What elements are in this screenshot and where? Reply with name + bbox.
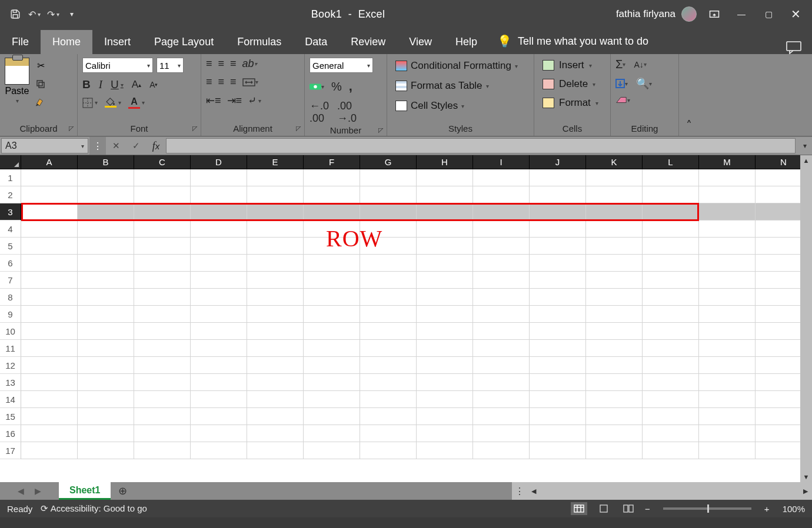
cell-M13[interactable]	[699, 374, 756, 391]
sort-filter-button[interactable]: A↓▾	[634, 60, 646, 69]
cell-D11[interactable]	[191, 340, 247, 357]
format-cells-button[interactable]: Format ▾	[539, 95, 602, 111]
cell-M11[interactable]	[699, 340, 756, 357]
cut-button[interactable]: ✂	[33, 58, 48, 73]
cell-styles-button[interactable]: Cell Styles ▾	[392, 98, 521, 114]
align-middle-button[interactable]: ≡	[218, 58, 225, 70]
cell-F12[interactable]	[304, 357, 360, 374]
copy-button[interactable]	[33, 76, 48, 92]
cell-H5[interactable]	[417, 238, 473, 255]
italic-button[interactable]: I	[99, 78, 102, 91]
scroll-right-icon[interactable]: ▶	[799, 487, 812, 495]
cell-E10[interactable]	[247, 323, 304, 340]
cell-D14[interactable]	[191, 391, 247, 408]
cell-B10[interactable]	[78, 323, 134, 340]
cell-E15[interactable]	[247, 408, 304, 425]
cell-J9[interactable]	[530, 306, 586, 323]
format-as-table-button[interactable]: Format as Table ▾	[392, 78, 521, 94]
cell-J6[interactable]	[530, 255, 586, 272]
clipboard-launcher-icon[interactable]: ◸	[69, 125, 74, 132]
cell-G13[interactable]	[360, 374, 417, 391]
cell-K8[interactable]	[586, 289, 643, 306]
cell-B2[interactable]	[78, 186, 134, 203]
paste-button[interactable]: Paste ▾	[5, 58, 29, 104]
cell-M1[interactable]	[699, 169, 756, 186]
cell-M6[interactable]	[699, 255, 756, 272]
cell-C8[interactable]	[134, 289, 191, 306]
cell-B14[interactable]	[78, 391, 134, 408]
borders-button[interactable]: ▾	[82, 98, 98, 108]
cell-E8[interactable]	[247, 289, 304, 306]
cell-L1[interactable]	[643, 169, 699, 186]
cell-J15[interactable]	[530, 408, 586, 425]
row-header-16[interactable]: 16	[0, 425, 21, 442]
align-center-button[interactable]: ≡	[218, 76, 225, 88]
cell-L8[interactable]	[643, 289, 699, 306]
cell-G15[interactable]	[360, 408, 417, 425]
cell-D4[interactable]	[191, 220, 247, 238]
cell-J10[interactable]	[530, 323, 586, 340]
cell-J8[interactable]	[530, 289, 586, 306]
align-top-button[interactable]: ≡	[206, 58, 212, 70]
save-icon[interactable]	[7, 6, 24, 22]
column-header-F[interactable]: F	[304, 155, 360, 169]
cell-F8[interactable]	[304, 289, 360, 306]
cell-K11[interactable]	[586, 340, 643, 357]
cell-C2[interactable]	[134, 186, 191, 203]
cell-H12[interactable]	[417, 357, 473, 374]
column-header-M[interactable]: M	[699, 155, 756, 169]
cell-C10[interactable]	[134, 323, 191, 340]
cell-C6[interactable]	[134, 255, 191, 272]
cell-E7[interactable]	[247, 272, 304, 289]
cell-A16[interactable]	[21, 425, 78, 442]
cell-K5[interactable]	[586, 238, 643, 255]
normal-view-button[interactable]	[571, 502, 587, 515]
cell-C1[interactable]	[134, 169, 191, 186]
bold-button[interactable]: B	[82, 78, 91, 91]
cell-L4[interactable]	[643, 220, 699, 238]
cell-L10[interactable]	[643, 323, 699, 340]
row-header-15[interactable]: 15	[0, 408, 21, 425]
increase-decimal-button[interactable]: ←.0.00	[310, 100, 329, 125]
cell-L14[interactable]	[643, 391, 699, 408]
close-button[interactable]: ✕	[786, 6, 805, 22]
cell-E13[interactable]	[247, 374, 304, 391]
row-header-13[interactable]: 13	[0, 374, 21, 391]
cell-C13[interactable]	[134, 374, 191, 391]
column-header-J[interactable]: J	[530, 155, 586, 169]
row-header-5[interactable]: 5	[0, 238, 21, 255]
cell-I2[interactable]	[473, 186, 530, 203]
cell-D1[interactable]	[191, 169, 247, 186]
name-box-divider-icon[interactable]: ⋮	[89, 137, 106, 155]
cell-F10[interactable]	[304, 323, 360, 340]
cell-G10[interactable]	[360, 323, 417, 340]
cell-J3[interactable]	[530, 203, 586, 220]
cell-F2[interactable]	[304, 186, 360, 203]
delete-cells-button[interactable]: Delete ▾	[539, 76, 602, 92]
cell-I16[interactable]	[473, 425, 530, 442]
orientation-button[interactable]: ab▾	[242, 58, 257, 70]
cell-H9[interactable]	[417, 306, 473, 323]
cell-A4[interactable]	[21, 220, 78, 238]
cell-F15[interactable]	[304, 408, 360, 425]
decrease-font-button[interactable]: A▾	[149, 80, 158, 89]
column-header-L[interactable]: L	[643, 155, 699, 169]
cell-G17[interactable]	[360, 442, 417, 459]
cell-G11[interactable]	[360, 340, 417, 357]
cell-C11[interactable]	[134, 340, 191, 357]
cell-B7[interactable]	[78, 272, 134, 289]
cell-A9[interactable]	[21, 306, 78, 323]
cell-M2[interactable]	[699, 186, 756, 203]
increase-font-button[interactable]: A▴	[132, 79, 141, 91]
page-break-view-button[interactable]	[620, 502, 637, 515]
cell-G3[interactable]	[360, 203, 417, 220]
cell-C5[interactable]	[134, 238, 191, 255]
cell-F17[interactable]	[304, 442, 360, 459]
vertical-scrollbar[interactable]: ▲ ▼	[800, 155, 812, 482]
cell-M9[interactable]	[699, 306, 756, 323]
font-launcher-icon[interactable]: ◸	[192, 125, 197, 132]
cell-B4[interactable]	[78, 220, 134, 238]
tab-formulas[interactable]: Formulas	[225, 30, 293, 54]
cell-B3[interactable]	[78, 203, 134, 220]
cell-A14[interactable]	[21, 391, 78, 408]
